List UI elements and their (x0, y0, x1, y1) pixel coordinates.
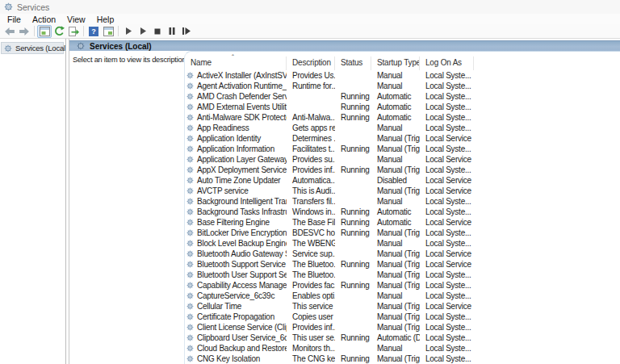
services-header-icon (77, 42, 86, 50)
column-header-log-on-as[interactable]: Log On As (420, 56, 474, 70)
services-header-bar: Services (Local) (69, 40, 620, 51)
service-gear-icon (186, 124, 195, 132)
table-row[interactable]: ActiveX Installer (AxInstSV)Provides Us.… (185, 70, 620, 81)
table-row[interactable]: Cellular TimeThis service ...Manual (Tri… (185, 301, 620, 312)
table-row[interactable]: Bluetooth User Support Ser...The Bluetoo… (185, 270, 620, 280)
table-row[interactable]: AVCTP serviceThis is Audi...Manual (Trig… (185, 186, 620, 196)
table-row[interactable]: Capability Access Manager ...Provides fa… (185, 280, 620, 291)
table-row[interactable]: AMD Crash Defender ServiceRunningAutomat… (185, 91, 620, 102)
table-row[interactable]: AMD External Events UtilityRunningAutoma… (185, 102, 620, 112)
service-gear-icon (186, 93, 195, 100)
resume-service-button[interactable] (136, 25, 150, 38)
table-row[interactable]: Certificate PropagationCopies user ...Ma… (185, 312, 620, 322)
service-status (335, 154, 371, 165)
menu-action[interactable]: Action (27, 15, 61, 24)
forward-button[interactable] (17, 25, 31, 38)
table-row[interactable]: App ReadinessGets apps re...ManualLocal … (185, 123, 620, 133)
service-log-on-as: Local Syste... (420, 291, 474, 301)
service-status: Running (335, 144, 371, 154)
service-name: Bluetooth Support Service (197, 259, 286, 270)
export-list-icon (69, 27, 79, 36)
service-status: Running (335, 91, 371, 102)
service-name: Application Layer Gateway ... (197, 154, 287, 165)
service-startup-type: Manual (Trig... (371, 270, 420, 280)
table-row[interactable]: Application InformationFacilitates t...R… (185, 144, 620, 154)
table-row[interactable]: Agent Activation Runtime_...Runtime for.… (185, 81, 620, 91)
pause-service-button[interactable] (165, 25, 179, 38)
service-log-on-as: Local Syste... (420, 102, 474, 112)
table-row[interactable]: Clipboard User Service_6c39cThis user se… (185, 333, 620, 343)
service-startup-type: Automatic (371, 207, 420, 217)
service-name: CNG Key Isolation (197, 354, 260, 364)
service-startup-type: Manual (Trig... (371, 186, 420, 196)
menu-bar: File Action View Help (0, 14, 620, 24)
service-description: The Bluetoo... (287, 270, 335, 280)
restart-service-icon (182, 27, 191, 35)
refresh-button[interactable] (52, 25, 66, 38)
service-status: Running (335, 102, 371, 112)
menu-view[interactable]: View (61, 15, 91, 24)
column-header-startup-type[interactable]: Startup Type (371, 56, 420, 70)
service-status: Running (335, 207, 371, 217)
show-console-tree-button[interactable] (37, 25, 52, 38)
table-row[interactable]: Application IdentityDetermines ...Manual… (185, 133, 620, 144)
service-description: The WBENG... (287, 238, 335, 249)
restart-service-button[interactable] (179, 25, 194, 38)
service-name: Capability Access Manager ... (197, 280, 287, 291)
service-startup-type: Manual (Trig... (371, 165, 420, 175)
console-window-button[interactable] (101, 25, 115, 38)
table-row[interactable]: Cloud Backup and Restore ...Monitors th.… (185, 343, 620, 354)
service-startup-type: Manual (Trig... (371, 228, 420, 238)
stop-service-button[interactable] (150, 25, 165, 38)
service-startup-type: Manual (371, 81, 420, 91)
column-header-name[interactable]: Name (185, 56, 287, 70)
back-button[interactable] (2, 25, 17, 38)
service-gear-icon (186, 271, 195, 278)
refresh-icon (54, 26, 65, 36)
table-row[interactable]: Anti-Malware SDK Protecte...Anti-Malwa..… (185, 112, 620, 123)
export-list-button[interactable] (66, 25, 81, 38)
tree-item-services-local[interactable]: Services (Local) (1, 42, 64, 54)
start-service-button[interactable] (121, 25, 136, 38)
help-button[interactable]: ? (86, 25, 101, 38)
service-description (287, 102, 335, 112)
menu-help[interactable]: Help (91, 15, 120, 24)
table-row[interactable]: CNG Key IsolationThe CNG ke...RunningMan… (185, 354, 620, 364)
service-status (335, 175, 371, 186)
forward-icon (19, 27, 29, 36)
service-name: Client License Service (ClipS... (197, 322, 287, 333)
table-row[interactable]: Auto Time Zone UpdaterAutomatica...Disab… (185, 175, 620, 186)
service-gear-icon (186, 229, 195, 236)
table-row[interactable]: BitLocker Drive Encryption ...BDESVC hos… (185, 228, 620, 238)
table-row[interactable]: Bluetooth Audio Gateway S...Service sup.… (185, 249, 620, 259)
service-status: Running (335, 259, 371, 270)
service-status (335, 301, 371, 312)
table-row[interactable]: Background Tasks Infrastru...Windows in.… (185, 207, 620, 217)
table-row[interactable]: Block Level Backup Engine ...The WBENG..… (185, 238, 620, 249)
service-gear-icon (186, 303, 195, 310)
service-name: AMD Crash Defender Service (197, 91, 287, 102)
table-row[interactable]: Application Layer Gateway ...Provides su… (185, 154, 620, 165)
service-status (335, 343, 371, 354)
pause-service-icon (169, 27, 175, 35)
service-log-on-as: Local Syste... (420, 228, 474, 238)
service-log-on-as: Local Syste... (420, 312, 474, 322)
menu-file[interactable]: File (2, 15, 27, 24)
service-startup-type: Automatic (D... (371, 333, 420, 343)
column-header-status[interactable]: Status (335, 56, 371, 70)
table-row[interactable]: Background Intelligent Tran...Transfers … (185, 196, 620, 207)
table-row[interactable]: Bluetooth Support ServiceThe Bluetoo...R… (185, 259, 620, 270)
service-gear-icon (186, 313, 195, 320)
service-gear-icon (186, 187, 195, 195)
table-row[interactable]: Base Filtering EngineThe Base Fil...Runn… (185, 217, 620, 228)
service-status (335, 186, 371, 196)
title-bar: Services (0, 0, 620, 14)
service-startup-type: Manual (Trig... (371, 354, 420, 364)
table-row[interactable]: AppX Deployment Service (...Provides inf… (185, 165, 620, 175)
service-startup-type: Manual (371, 154, 420, 165)
column-header-description[interactable]: Description (287, 56, 335, 70)
table-row[interactable]: Client License Service (ClipS...Provides… (185, 322, 620, 333)
table-row[interactable]: CaptureService_6c39cEnables opti...Manua… (185, 291, 620, 301)
service-description: Provides inf... (287, 165, 335, 175)
service-status: Running (335, 165, 371, 175)
